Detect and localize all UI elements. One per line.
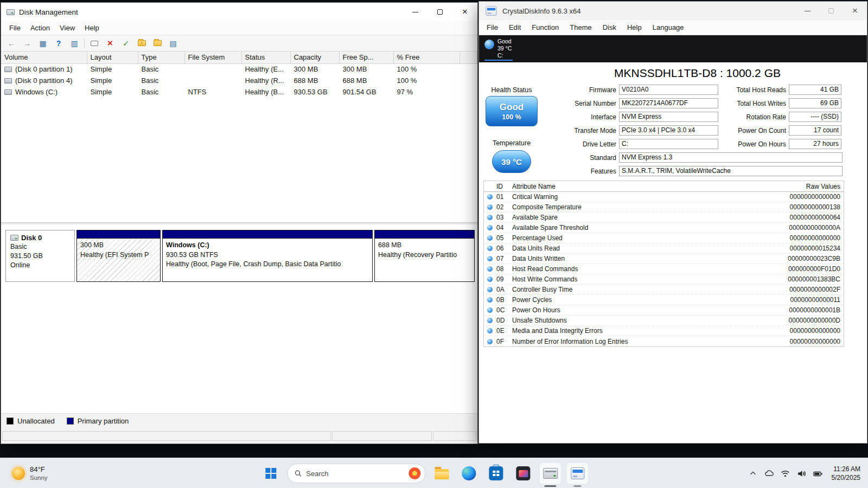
cdi-minimize-button[interactable] [795,2,819,20]
cdi-menu-theme[interactable]: Theme [564,21,597,34]
temperature-label: Temperature [479,139,544,147]
health-status-button[interactable]: Good 100 % [486,96,538,126]
cdi-titlebar[interactable]: CrystalDiskInfo 9.6.3 x64 × [479,2,867,20]
volume-row[interactable]: (Disk 0 partition 1)SimpleBasicHealthy (… [1,63,477,75]
col-layout[interactable]: Layout [87,52,138,63]
action-pane-icon[interactable]: ▥ [68,37,80,49]
drive-tab-selected-indicator [484,60,513,61]
smart-id: 05 [496,234,511,242]
smart-id: 08 [496,265,511,273]
taskbar-crystaldiskinfo[interactable] [566,463,588,484]
partition-windows-c[interactable]: Windows (C:) 930.53 GB NTFS Healthy (Boo… [162,230,373,282]
partition-efi[interactable]: 300 MB Healthy (EFI System P [76,230,161,282]
dm-menu-view[interactable]: View [55,22,80,34]
cdi-menu-edit[interactable]: Edit [503,21,526,34]
cdi-close-button[interactable]: × [843,2,867,20]
disk0-label-box[interactable]: Disk 0 Basic 931.50 GB Online [5,230,75,282]
field-value[interactable]: 41 GB [789,85,841,95]
field-value[interactable]: ---- (SSD) [789,112,841,122]
dm-menu-file[interactable]: File [4,22,25,34]
taskbar-clock[interactable]: 11:26 AM 5/20/2025 [832,465,860,482]
field-value[interactable]: 17 count [789,125,841,136]
field-value[interactable]: V0210A0 [619,85,718,95]
smart-raw: 00000000000000 [752,193,844,201]
col-capacity[interactable]: Capacity [290,52,339,63]
dm-close-button[interactable]: × [452,3,477,21]
delete-volume-icon[interactable]: × [104,37,116,49]
col-type[interactable]: Type [138,52,184,63]
smart-name: Data Units Read [511,245,752,252]
help-icon[interactable]: ? [53,37,65,49]
field-label: Rotation Rate [718,113,789,121]
dialog-icon[interactable] [88,37,100,49]
cdi-menu-disk[interactable]: Disk [597,21,622,34]
volume-cell: 688 MB [339,75,393,86]
weather-condition: Sunny [30,474,48,481]
console-tree-icon[interactable]: ▦ [37,37,49,49]
dm-titlebar[interactable]: Disk Management × [1,3,477,21]
dm-menu-action[interactable]: Action [25,22,55,34]
col-volume[interactable]: Volume [1,52,87,63]
smart-raw: 00000000000000 [752,327,844,335]
battery-icon[interactable] [813,468,823,478]
onedrive-cloud-icon[interactable] [764,468,774,478]
taskbar-disk-management[interactable] [539,463,561,484]
field-value[interactable]: NVM Express [619,112,718,122]
store-icon [489,466,503,480]
field-value[interactable]: C: [619,139,718,149]
tray-chevron-up-icon[interactable] [748,468,758,478]
search-input[interactable] [306,470,404,478]
smart-raw: 00000000000011 [752,296,844,304]
temperature-button[interactable]: 39 °C [492,150,531,173]
taskbar-search[interactable] [287,464,425,483]
smart-row: 09Host Write Commands000000001383BC [484,274,844,285]
smart-id: 0F [496,338,511,345]
cdi-menu-language[interactable]: Language [647,21,690,34]
start-button[interactable] [260,463,282,484]
cdi-maximize-button[interactable] [819,2,843,20]
back-icon[interactable]: ← [5,37,17,49]
dm-minimize-button[interactable] [403,3,427,21]
mark-partition-icon[interactable]: ✓ [120,37,132,49]
weather-widget[interactable]: 84°F Sunny [8,458,52,488]
field-value[interactable]: MK22072714A0677DF [619,98,718,108]
features-value[interactable]: S.M.A.R.T., TRIM, VolatileWriteCache [619,166,843,176]
info-row: Drive LetterC:Power On Hours27 hours [544,137,845,151]
taskbar-edge[interactable] [458,463,480,484]
status-dot-icon [487,287,493,292]
col-free-space[interactable]: Free Sp... [339,52,393,63]
wifi-icon[interactable] [781,468,790,478]
cdi-menu-function[interactable]: Function [526,21,564,34]
dm-maximize-button[interactable] [427,3,452,21]
field-value[interactable]: PCIe 3.0 x4 | PCIe 3.0 x4 [619,125,718,136]
field-value[interactable]: 69 GB [789,98,841,108]
explore-folder-icon[interactable] [151,37,163,49]
partition-recovery[interactable]: 688 MB Healthy (Recovery Partitio [374,230,475,282]
standard-value[interactable]: NVM Express 1.3 [619,152,843,163]
smart-col-id: ID [496,183,511,190]
forward-icon[interactable]: → [21,37,33,49]
taskbar-screenshot-app[interactable] [512,463,534,484]
taskbar-microsoft-store[interactable] [485,463,507,484]
cdi-menu-file[interactable]: File [481,21,503,34]
dm-menu-help[interactable]: Help [80,22,104,34]
smart-dot-cell [484,204,496,210]
volume-row[interactable]: Windows (C:)SimpleBasicNTFSHealthy (B...… [1,86,477,98]
drive-tab-c[interactable]: Good 39 °C C: [483,37,515,61]
taskbar-file-explorer[interactable] [431,463,452,484]
cdi-menu-help[interactable]: Help [622,21,647,34]
volume-row[interactable]: (Disk 0 partition 4)SimpleBasicHealthy (… [1,75,477,86]
volume-icon[interactable] [797,468,807,478]
volume-table-body: (Disk 0 partition 1)SimpleBasicHealthy (… [1,63,477,98]
col-status[interactable]: Status [241,52,290,63]
open-folder-icon[interactable]: ↑ [136,37,148,49]
close-icon: × [852,5,858,16]
field-value[interactable]: 27 hours [789,139,841,149]
col-pct-free[interactable]: % Free [393,52,459,63]
volume-cell: Simple [87,75,138,86]
properties-icon[interactable]: ▤ [167,37,179,49]
col-file-system[interactable]: File System [184,52,241,63]
info-row: Transfer ModePCIe 3.0 x4 | PCIe 3.0 x4Po… [544,124,845,137]
smart-name: Available Spare [511,214,752,221]
cdi-menubar: FileEditFunctionThemeDiskHelpLanguage [479,20,867,35]
